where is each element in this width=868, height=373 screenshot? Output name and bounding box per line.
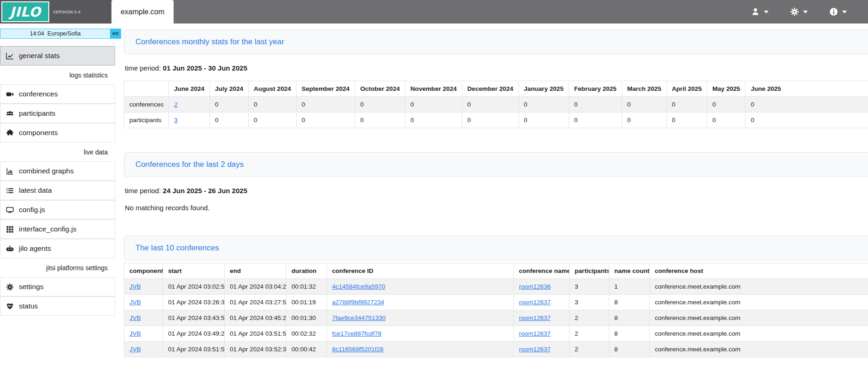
list-icon — [6, 187, 14, 195]
last-conferences-table: componentstartenddurationconference IDco… — [124, 263, 868, 357]
component-link[interactable]: JVB — [129, 346, 141, 353]
conference-cell: 00:01:30 — [286, 310, 327, 326]
last-two-days-section: Conferences for the last 2 days time per… — [124, 152, 868, 212]
sidebar-item-label: general stats — [19, 52, 60, 60]
grid-icon — [6, 225, 14, 233]
sidebar-section-label: live data — [0, 142, 115, 161]
monthly-column-header: May 2025 — [707, 81, 745, 97]
conference-cell: 00:00:42 — [286, 342, 327, 357]
monthly-value-link[interactable]: 3 — [174, 117, 178, 124]
conference-name-link[interactable]: room12637 — [519, 330, 551, 337]
sidebar-item-combined-graphs[interactable]: combined graphs — [0, 161, 115, 181]
monthly-cell: 0 — [210, 112, 248, 128]
time-period-value: 01 Jun 2025 - 30 Jun 2025 — [163, 64, 247, 72]
monthly-value-link[interactable]: 2 — [174, 101, 178, 108]
conference-name-link[interactable]: room12636 — [519, 283, 551, 290]
conference-cell: room12637 — [514, 310, 570, 326]
table-row: participants3000000000000 — [124, 112, 868, 128]
conference-cell: 7fae9ce344751330 — [327, 310, 514, 326]
conference-name-link[interactable]: room12637 — [519, 314, 551, 321]
video-camera-icon — [6, 90, 14, 98]
conference-column-header: end — [225, 263, 286, 279]
monitor-icon — [6, 206, 14, 214]
sidebar-item-label: conferences — [19, 90, 58, 98]
conference-cell: 00:01:19 — [286, 295, 327, 310]
robot-icon — [6, 245, 14, 253]
people-icon — [6, 110, 14, 118]
conference-cell: 01 Apr 2024 03:04:24 — [225, 279, 286, 295]
sidebar-item-config-js[interactable]: config.js — [0, 200, 115, 219]
app-logo: JILO — [1, 1, 49, 22]
monthly-cell: 0 — [210, 97, 248, 112]
monthly-cell: 0 — [296, 97, 355, 112]
conference-cell: conference.meet.example.com — [650, 342, 868, 357]
sidebar-item-participants[interactable]: participants — [0, 104, 115, 123]
monthly-cell: 0 — [746, 112, 868, 128]
clock-text: 14:04Europe/Sofia — [0, 30, 110, 37]
monthly-row-label: conferences — [124, 97, 169, 112]
conference-column-header: conference host — [650, 263, 868, 279]
monthly-cell: 0 — [462, 97, 518, 112]
user-icon — [751, 7, 760, 16]
conference-cell: 01 Apr 2024 03:51:52 — [225, 326, 286, 342]
component-link[interactable]: JVB — [129, 283, 141, 290]
settings-menu[interactable] — [790, 7, 808, 16]
puzzle-icon — [6, 129, 14, 137]
user-menu[interactable] — [751, 7, 769, 16]
conference-id-link[interactable]: 7fae9ce344751330 — [332, 314, 385, 321]
monthly-column-header: July 2024 — [210, 81, 248, 97]
conference-id-link[interactable]: fce17ce887fcdf78 — [332, 330, 381, 337]
sidebar-item-jilo-agents[interactable]: jilo agents — [0, 239, 115, 258]
sidebar-item-conferences[interactable]: conferences — [0, 84, 115, 104]
conference-name-link[interactable]: room12637 — [519, 299, 551, 306]
component-link[interactable]: JVB — [129, 330, 141, 337]
topbar-menus — [751, 0, 868, 24]
monthly-cell: 0 — [746, 97, 868, 112]
component-link[interactable]: JVB — [129, 314, 141, 321]
table-row: JVB01 Apr 2024 03:02:5201 Apr 2024 03:04… — [124, 279, 868, 295]
sidebar-item-interface-config-js[interactable]: interface_config.js — [0, 219, 115, 239]
sidebar-item-latest-data[interactable]: latest data — [0, 181, 115, 200]
sidebar-item-components[interactable]: components — [0, 123, 115, 142]
info-menu[interactable] — [829, 7, 847, 16]
monthly-column-header: April 2025 — [666, 81, 707, 97]
monthly-cell: 0 — [707, 97, 745, 112]
monthly-column-header — [124, 81, 169, 97]
table-row: JVB01 Apr 2024 03:26:3501 Apr 2024 03:27… — [124, 295, 868, 310]
conference-name-link[interactable]: room12637 — [519, 346, 551, 353]
table-row: JVB01 Apr 2024 03:49:2001 Apr 2024 03:51… — [124, 326, 868, 342]
monthly-cell: 0 — [518, 97, 569, 112]
conference-cell: 01 Apr 2024 03:51:57 — [163, 342, 225, 357]
conference-cell: room12637 — [514, 326, 570, 342]
info-circle-icon — [829, 7, 838, 16]
monthly-stats-section: Conferences monthly stats for the last y… — [124, 30, 868, 128]
sidebar-item-status[interactable]: status — [0, 296, 115, 316]
conference-cell: 2 — [570, 326, 609, 342]
clock-time: 14:04 — [30, 30, 44, 37]
monthly-column-header: December 2024 — [462, 81, 518, 97]
sidebar-item-general-stats[interactable]: general stats — [0, 46, 115, 65]
monthly-cell: 0 — [355, 112, 405, 128]
monthly-cell: 0 — [666, 97, 707, 112]
platform-tab[interactable]: example.com — [111, 0, 174, 24]
component-link[interactable]: JVB — [129, 299, 141, 306]
monthly-stats-table: June 2024July 2024August 2024September 2… — [124, 81, 868, 128]
monthly-cell: 0 — [622, 112, 666, 128]
last-two-days-title: Conferences for the last 2 days — [124, 152, 868, 177]
sidebar-item-label: participants — [19, 109, 55, 118]
monthly-cell: 2 — [169, 97, 210, 112]
sidebar-section-label: logs statistics — [0, 65, 115, 84]
gear-icon — [6, 283, 14, 291]
conference-id-link[interactable]: a2788f9bf9927234 — [332, 299, 384, 306]
sidebar-collapse-button[interactable]: << — [110, 29, 121, 38]
monthly-stats-title: Conferences monthly stats for the last y… — [124, 30, 868, 54]
monthly-column-header: March 2025 — [622, 81, 666, 97]
conference-cell: room12636 — [514, 279, 570, 295]
conference-id-link[interactable]: 4c14584fce9a5970 — [332, 283, 385, 290]
conference-cell: 2 — [570, 342, 609, 357]
conference-cell: 2 — [570, 310, 609, 326]
conference-cell: fce17ce887fcdf78 — [327, 326, 514, 342]
sidebar-item-settings[interactable]: settings — [0, 277, 115, 296]
conference-id-link[interactable]: 8c116568f5201f28 — [332, 346, 384, 353]
monthly-cell: 0 — [622, 97, 666, 112]
